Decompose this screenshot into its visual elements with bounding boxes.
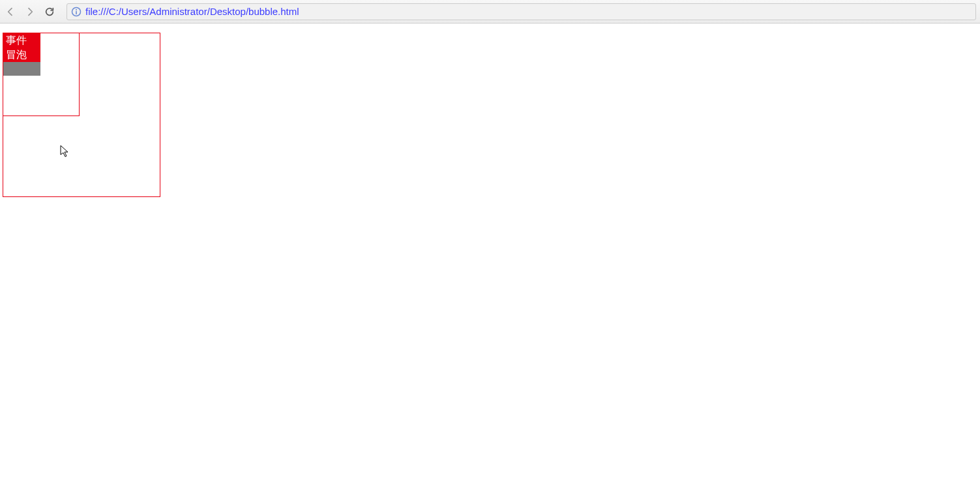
inner-box-label-line1: 事件 xyxy=(6,35,27,46)
reload-button[interactable] xyxy=(43,5,56,18)
svg-point-1 xyxy=(76,9,77,10)
browser-toolbar: file:///C:/Users/Administrator/Desktop/b… xyxy=(0,0,980,23)
outer-box[interactable]: 事件 冒泡 xyxy=(3,33,160,197)
info-icon[interactable] xyxy=(71,7,82,17)
back-button xyxy=(4,5,17,18)
svg-rect-2 xyxy=(76,11,77,14)
forward-button xyxy=(23,5,37,18)
middle-box[interactable]: 事件 冒泡 xyxy=(3,33,80,116)
inner-box-label: 事件 冒泡 xyxy=(3,33,40,62)
url-text: file:///C:/Users/Administrator/Desktop/b… xyxy=(85,6,299,17)
address-bar[interactable]: file:///C:/Users/Administrator/Desktop/b… xyxy=(67,3,976,20)
page-content: 事件 冒泡 xyxy=(0,23,980,494)
inner-box[interactable]: 事件 冒泡 xyxy=(3,33,40,76)
inner-box-label-line2: 冒泡 xyxy=(6,49,27,60)
